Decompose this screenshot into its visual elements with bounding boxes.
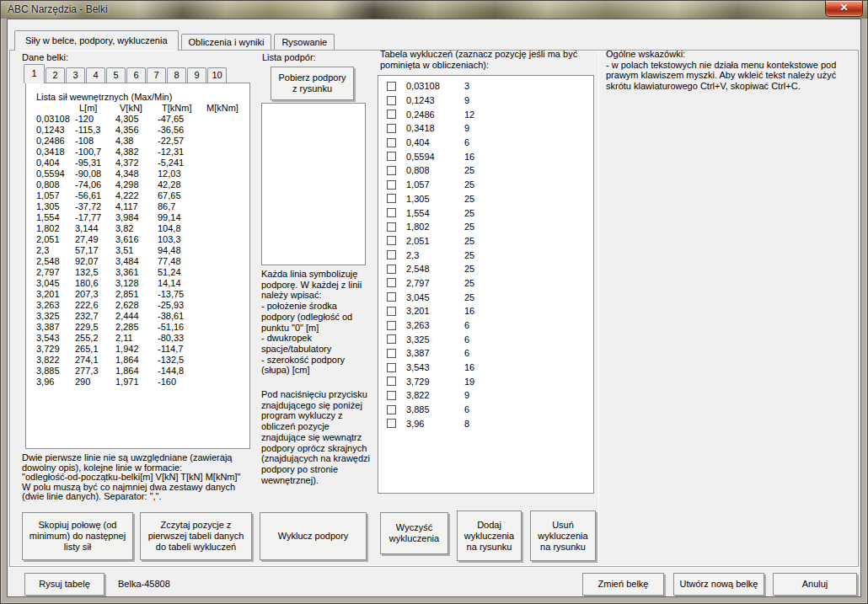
exclusion-checkbox[interactable]	[387, 96, 396, 105]
exclusion-row[interactable]: 0,559416	[378, 149, 593, 163]
exclusion-row[interactable]: 3,2636	[378, 318, 593, 333]
exclusion-checkbox[interactable]	[387, 236, 396, 245]
beam-page-tab-8[interactable]: 8	[167, 67, 186, 83]
exclusion-checkbox[interactable]	[387, 321, 396, 330]
exclusion-checkbox[interactable]	[387, 307, 396, 316]
exclusion-checkbox[interactable]	[387, 138, 396, 147]
exclusion-position: 0,2486	[406, 110, 464, 120]
exclusion-checkbox[interactable]	[387, 194, 396, 203]
tab-si-y-w-belce-podpory-wykluczenia[interactable]: Siły w belce, podpory, wykluczenia	[14, 30, 179, 51]
forces-cell: 0,03108	[36, 114, 75, 125]
supports-list-area[interactable]	[261, 103, 366, 265]
exclusion-row[interactable]: 0,34189	[378, 121, 593, 136]
exclusion-row[interactable]: 3,3256	[378, 332, 593, 346]
exclusion-checkbox[interactable]	[387, 124, 396, 133]
exclusion-checkbox[interactable]	[387, 391, 396, 400]
exclusion-checkbox[interactable]	[387, 363, 396, 372]
forces-cell: 180,6	[75, 278, 115, 289]
exclusion-row[interactable]: 2,05125	[378, 234, 593, 249]
copy-half-button[interactable]: Skopiuj połowę (od minimum) do następnej…	[22, 512, 133, 560]
new-beam-button[interactable]: Utwórz nową belkę	[673, 573, 764, 596]
exclusion-row[interactable]: 0,80825	[378, 163, 593, 178]
exclusion-row[interactable]: 0,12439	[378, 94, 593, 108]
exclusion-checkbox[interactable]	[387, 166, 396, 175]
close-icon[interactable]: ✕	[825, 1, 863, 17]
exclude-supports-button[interactable]: Wyklucz podpory	[260, 512, 367, 560]
beam-page-tab-7[interactable]: 7	[147, 67, 166, 83]
exclusion-checkbox[interactable]	[387, 349, 396, 358]
exclusion-row[interactable]: 3,968	[378, 417, 593, 431]
read-positions-button[interactable]: Zczytaj pozycje z pierwszej tabeli danyc…	[140, 512, 252, 560]
exclusion-row[interactable]: 3,20116	[378, 304, 593, 318]
exclusion-checkbox[interactable]	[387, 278, 396, 287]
clear-exclusions-button[interactable]: Wyczyść wykluczenia	[380, 512, 448, 554]
forces-cell: 4,222	[115, 190, 158, 201]
exclusion-checkbox[interactable]	[387, 208, 396, 217]
exclusion-row[interactable]: 1,30525	[378, 192, 593, 206]
change-beam-button[interactable]: Zmień belkę	[582, 573, 664, 596]
beam-page-tab-5[interactable]: 5	[106, 67, 126, 83]
exclusion-checkbox[interactable]	[387, 405, 396, 414]
forces-cell: -132,5	[158, 355, 202, 366]
exclusion-position: 3,201	[406, 306, 464, 316]
exclusion-row[interactable]: 3,04525	[378, 290, 593, 304]
forces-row: 1,305-37,724,11786,7	[36, 201, 249, 212]
forces-text-area[interactable]: Lista sił wewnętrznych (Max/Min)L[m]V[kN…	[25, 83, 250, 449]
exclusion-checkbox[interactable]	[387, 377, 396, 386]
exclusion-row[interactable]: 1,55425	[378, 206, 593, 220]
beam-page-tab-10[interactable]: 10	[207, 67, 227, 83]
exclusion-width: 25	[464, 165, 474, 175]
forces-cell: 277,3	[75, 366, 115, 377]
exclusion-checkbox[interactable]	[387, 82, 396, 91]
supports-note-1: Każda linia symbolizuję podporę. W każde…	[261, 269, 376, 376]
exclusion-checkbox[interactable]	[387, 222, 396, 232]
beam-page-tab-4[interactable]: 4	[86, 67, 105, 83]
forces-cell: 3,201	[36, 289, 75, 300]
exclusion-row[interactable]: 0,4046	[378, 136, 593, 150]
forces-row: 0,3418-100,74,382-12,31	[36, 147, 249, 158]
forces-cell: -12,31	[158, 147, 202, 158]
forces-cell: -120	[75, 114, 115, 125]
beam-page-tab-2[interactable]: 2	[46, 67, 65, 83]
exclusion-row[interactable]: 3,8856	[378, 403, 593, 417]
exclusion-row[interactable]: 3,8229	[378, 388, 593, 403]
exclusion-checkbox[interactable]	[387, 292, 396, 302]
exclusion-row[interactable]: 0,248612	[378, 107, 593, 121]
exclusion-row[interactable]: 1,80225	[378, 220, 593, 234]
exclusion-checkbox[interactable]	[387, 419, 396, 428]
exclusion-row[interactable]: 1,05725	[378, 178, 593, 192]
forces-cell: -160	[158, 377, 202, 388]
forces-cell: -5,241	[158, 158, 202, 168]
exclusion-row[interactable]: 3,3876	[378, 346, 593, 361]
tab-rysowanie[interactable]: Rysowanie	[274, 34, 335, 50]
exclusion-row[interactable]: 3,72919	[378, 374, 593, 388]
exclusion-row[interactable]: 2,54825	[378, 262, 593, 276]
beam-page-tab-9[interactable]: 9	[187, 67, 206, 83]
exclusion-checkbox[interactable]	[387, 180, 396, 190]
exclusion-checkbox[interactable]	[387, 250, 396, 259]
forces-cell: 0,808	[36, 179, 75, 190]
tab-obliczenia-i-wyniki[interactable]: Obliczenia i wyniki	[181, 34, 272, 50]
beam-page-tab-3[interactable]: 3	[66, 67, 85, 83]
exclusion-width: 16	[464, 152, 474, 162]
exclusion-row[interactable]: 2,325	[378, 248, 593, 262]
exclusion-checkbox[interactable]	[387, 334, 396, 344]
beam-page-tab-6[interactable]: 6	[126, 67, 146, 83]
forces-cell: 3,984	[115, 212, 158, 223]
beam-page-tab-1[interactable]: 1	[24, 64, 45, 83]
remove-exclusions-button[interactable]: Usuń wykluczenia na rysunku	[530, 510, 596, 561]
exclusion-checkbox[interactable]	[387, 152, 396, 161]
exclusion-row[interactable]: 3,54316	[378, 361, 593, 375]
exclusion-position: 2,797	[406, 278, 464, 288]
forces-row: 3,543255,22,11-80,33	[36, 333, 249, 344]
draw-table-button[interactable]: Rysuj tabelę	[24, 573, 104, 596]
title-bar[interactable]: ABC Narzędzia - Belki ✕	[1, 1, 867, 19]
cancel-button[interactable]: Anuluj	[773, 573, 857, 596]
exclusion-checkbox[interactable]	[387, 265, 396, 274]
exclusion-checkbox[interactable]	[387, 110, 396, 119]
exclusion-row[interactable]: 2,79725	[378, 276, 593, 291]
fetch-supports-button[interactable]: Pobierz podpory z rysunku	[271, 67, 354, 100]
exclusion-row[interactable]: 0,031083	[378, 79, 593, 94]
forces-cell: -36,56	[158, 125, 202, 136]
add-exclusions-button[interactable]: Dodaj wykluczenia na rysunku	[457, 510, 522, 561]
